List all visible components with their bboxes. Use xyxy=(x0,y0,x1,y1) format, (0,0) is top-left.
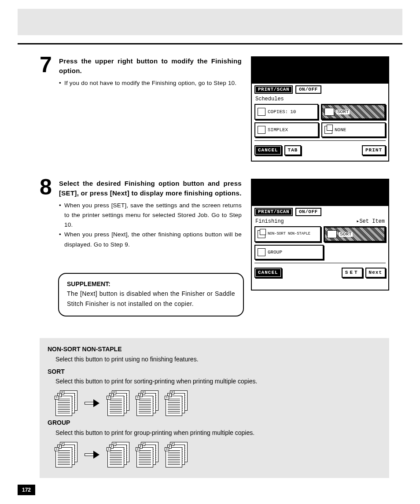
page-stack-icon: 111 xyxy=(107,442,129,467)
arrow-icon xyxy=(85,450,99,459)
nonsort-cell[interactable]: NON-SORT NON-STAPLE xyxy=(254,226,321,242)
def-sort-desc: Select this button to print for sorting-… xyxy=(55,377,381,386)
pages-icon xyxy=(258,230,265,238)
print-scan-pill[interactable]: PRINT/SCAN xyxy=(254,208,293,216)
copies-label: COPIES: xyxy=(268,110,288,114)
onoff-pill[interactable]: ON/OFF xyxy=(295,85,321,94)
lcd-panel-schedules: PRINT/SCAN ON/OFF Schedules COPIES: 10 S… xyxy=(251,56,389,162)
manual-page: 7 Press the upper right button to modify… xyxy=(0,0,420,504)
page-stack-icon: 321 xyxy=(55,442,77,467)
none-label: NONE xyxy=(335,128,346,132)
print-scan-pill[interactable]: PRINT/SCAN xyxy=(254,85,293,94)
none-cell[interactable]: NONE xyxy=(321,122,386,137)
lcd-panel-finishing: PRINT/SCAN ON/OFF Finishing ▸Set Item NO… xyxy=(251,179,389,291)
lcd-separator xyxy=(254,263,386,263)
supplement-title: SUPPLEMENT: xyxy=(67,280,235,289)
page-number: 172 xyxy=(18,485,35,495)
def-group-title: GROUP xyxy=(48,419,381,427)
arrow-icon xyxy=(85,398,99,407)
cancel-button[interactable]: CANCEL xyxy=(254,145,282,155)
group-icon xyxy=(258,248,265,256)
copies-cell[interactable]: COPIES: 10 xyxy=(254,104,318,120)
def-sort-title: SORT xyxy=(48,368,381,376)
lcd-blackbar xyxy=(252,180,388,206)
step-number: 8 xyxy=(40,176,52,198)
next-button[interactable]: Next xyxy=(365,268,386,278)
page-stack-icon: 321 xyxy=(166,390,187,415)
page-stack-icon: 321 xyxy=(55,390,77,415)
lcd-subtitle-left: Finishing xyxy=(255,219,284,224)
page-stack-icon: 222 xyxy=(136,442,158,467)
step-bullets: When you press [SET], save the settings … xyxy=(59,201,242,250)
set-button[interactable]: SET xyxy=(342,268,363,278)
simplex-cell[interactable]: SIMPLEX xyxy=(254,122,319,137)
lcd-subtitle-right: ▸Set Item xyxy=(356,219,385,224)
lcd-blackbar xyxy=(252,57,388,84)
nonsort-label: NON-SORT NON-STAPLE xyxy=(268,232,310,236)
supplement-box: SUPPLEMENT: The [Next] button is disable… xyxy=(58,273,244,316)
def-nonsort-title: NON-SORT NON-STAPLE xyxy=(48,345,381,354)
sort-diagram: 321 321 321 321 xyxy=(55,390,381,415)
sort-cell[interactable]: SORT xyxy=(324,226,386,242)
copies-icon xyxy=(258,108,265,116)
sort-label: SORT xyxy=(339,232,352,237)
step-bullets: If you do not have to modify the Finishi… xyxy=(59,78,242,88)
group-cell[interactable]: GROUP xyxy=(254,245,324,260)
lcd-subtitle: Schedules xyxy=(252,96,388,103)
header-rule xyxy=(18,43,402,44)
step-8: 8 Select the desired Finishing option bu… xyxy=(40,179,242,250)
definitions-box: NON-SORT NON-STAPLE Select this button t… xyxy=(40,338,389,478)
step-heading: Press the upper right button to modify t… xyxy=(59,56,242,76)
bullet: If you do not have to modify the Finishi… xyxy=(59,78,242,88)
group-label: GROUP xyxy=(268,250,282,255)
def-group-desc: Select this button to print for group-pr… xyxy=(55,428,381,438)
header-band xyxy=(18,9,402,35)
supplement-body: The [Next] button is disabled when the F… xyxy=(67,289,235,310)
duplex-icon xyxy=(324,126,332,134)
tab-button[interactable]: TAB xyxy=(284,145,302,155)
copies-value: 10 xyxy=(290,110,296,114)
simplex-label: SIMPLEX xyxy=(268,128,288,132)
sort-icon xyxy=(327,230,337,238)
lcd-separator xyxy=(254,140,386,141)
bullet: When you press [SET], save the settings … xyxy=(59,201,242,230)
simplex-icon xyxy=(258,126,265,134)
step-7: 7 Press the upper right button to modify… xyxy=(40,56,242,88)
bullet: When you press [Next], the other finishi… xyxy=(59,230,242,250)
cancel-button[interactable]: CANCEL xyxy=(254,268,282,278)
onoff-pill[interactable]: ON/OFF xyxy=(295,208,321,216)
step-number: 7 xyxy=(40,54,52,76)
page-stack-icon: 321 xyxy=(107,390,129,415)
sort-cell[interactable]: SORT xyxy=(321,104,386,120)
page-stack-icon: 333 xyxy=(166,442,187,467)
def-nonsort-desc: Select this button to print using no fin… xyxy=(55,355,381,364)
print-button[interactable]: PRINT xyxy=(362,145,386,155)
sort-icon xyxy=(324,108,334,116)
sort-label: SORT xyxy=(336,110,350,114)
step-heading: Select the desired Finishing option butt… xyxy=(59,179,242,198)
page-stack-icon: 321 xyxy=(136,390,158,415)
group-diagram: 321 111 222 333 xyxy=(55,442,381,467)
